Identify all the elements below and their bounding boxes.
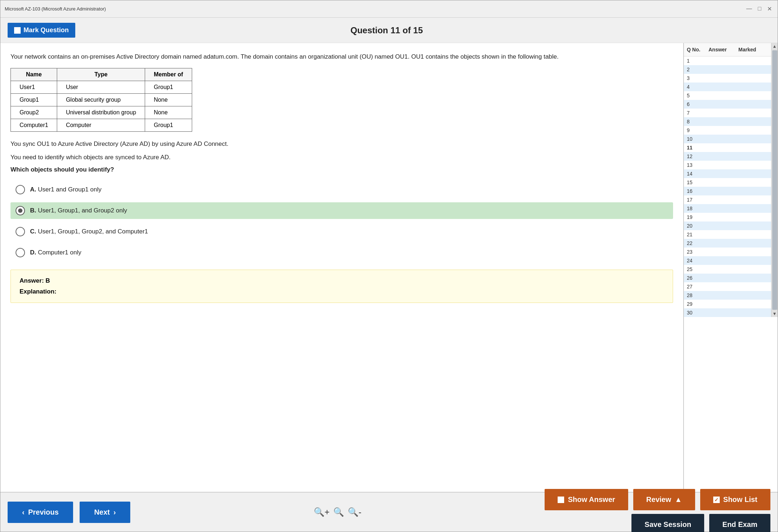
sidebar-row[interactable]: 20 [684, 221, 771, 230]
data-table: Name Type Member of User1UserGroup1Group… [10, 68, 192, 132]
previous-button[interactable]: ‹ Previous [8, 502, 73, 523]
save-session-button[interactable]: Save Session [631, 514, 704, 532]
zoom-reset-button[interactable]: 🔍 [333, 507, 344, 517]
sidebar-row[interactable]: 16 [684, 187, 771, 195]
question-text-2: You sync OU1 to Azure Active Directory (… [10, 139, 673, 149]
question-title: Question 11 of 15 [350, 25, 423, 35]
sidebar-marked [739, 206, 769, 211]
mark-question-button[interactable]: Mark Question [8, 23, 75, 38]
sidebar-answer [709, 171, 739, 177]
table-cell: Computer [57, 119, 145, 132]
next-button[interactable]: Next › [80, 502, 130, 523]
sidebar-qno: 11 [687, 145, 709, 151]
sidebar-row[interactable]: 8 [684, 117, 771, 126]
sidebar-scroll[interactable]: 1234567891011121314151617181920212223242… [684, 56, 771, 317]
sidebar-row[interactable]: 1 [684, 56, 771, 65]
scroll-down-arrow[interactable]: ▼ [773, 311, 777, 316]
bottom-left: ‹ Previous Next › [8, 502, 130, 523]
sidebar-qno: 29 [687, 301, 709, 307]
scroll-up-arrow[interactable]: ▲ [773, 44, 777, 49]
option-a-label: A. User1 and Group1 only [30, 186, 102, 193]
sidebar-row[interactable]: 25 [684, 265, 771, 274]
toolbar: Mark Question Question 11 of 15 [0, 18, 778, 43]
sidebar-marked [739, 101, 769, 107]
show-list-button[interactable]: Show List [700, 489, 770, 510]
question-text-4: Which objects should you identify? [10, 166, 673, 173]
sidebar-answer [709, 188, 739, 194]
sidebar-marked [739, 188, 769, 194]
sidebar-row[interactable]: 15 [684, 178, 771, 187]
previous-label: Previous [28, 508, 59, 516]
sidebar-marked [739, 258, 769, 263]
sidebar-row[interactable]: 17 [684, 195, 771, 204]
sidebar-row[interactable]: 27 [684, 282, 771, 291]
sidebar-marked [739, 301, 769, 307]
option-c[interactable]: C. User1, Group1, Group2, and Computer1 [10, 223, 673, 240]
sidebar-row[interactable]: 30 [684, 308, 771, 317]
sidebar-qno: 17 [687, 197, 709, 203]
sidebar-row[interactable]: 5 [684, 91, 771, 100]
sidebar-answer [709, 206, 739, 211]
option-b[interactable]: B. User1, Group1, and Group2 only [10, 202, 673, 219]
zoom-in-button[interactable]: 🔍+ [314, 507, 330, 517]
table-cell: User [57, 81, 145, 94]
sidebar-qno: 4 [687, 84, 709, 90]
table-header-member: Member of [145, 68, 192, 81]
zoom-controls: 🔍+ 🔍 🔍- [314, 507, 361, 517]
review-button[interactable]: Review ▲ [633, 489, 695, 510]
close-button[interactable]: ✕ [766, 5, 773, 12]
window-controls: — □ ✕ [745, 5, 773, 12]
sidebar-row[interactable]: 4 [684, 83, 771, 91]
sidebar-marked [739, 232, 769, 237]
sidebar-row[interactable]: 26 [684, 274, 771, 282]
sidebar-marked [739, 162, 769, 168]
sidebar-row[interactable]: 7 [684, 109, 771, 117]
question-text-3: You need to identify which objects are s… [10, 154, 673, 161]
option-d[interactable]: D. Computer1 only [10, 244, 673, 261]
sidebar-marked [739, 214, 769, 220]
sidebar-marked [739, 223, 769, 229]
sidebar-row[interactable]: 3 [684, 74, 771, 83]
sidebar-qno: 6 [687, 101, 709, 107]
sidebar-answer [709, 249, 739, 255]
sidebar-qno: 22 [687, 240, 709, 246]
sidebar-row[interactable]: 28 [684, 291, 771, 300]
maximize-button[interactable]: □ [756, 5, 763, 12]
sidebar-row[interactable]: 6 [684, 100, 771, 109]
sidebar-row[interactable]: 23 [684, 248, 771, 256]
end-exam-button[interactable]: End Exam [709, 514, 770, 532]
option-b-label: B. User1, Group1, and Group2 only [30, 207, 127, 214]
sidebar-row[interactable]: 22 [684, 239, 771, 248]
sidebar-row[interactable]: 9 [684, 126, 771, 135]
minimize-button[interactable]: — [745, 5, 753, 12]
sidebar-answer [709, 258, 739, 263]
sidebar-row[interactable]: 14 [684, 169, 771, 178]
table-cell: None [145, 106, 192, 119]
sidebar-qno: 2 [687, 67, 709, 72]
sidebar-row[interactable]: 11 [684, 143, 771, 152]
sidebar-col-qno: Q No. [687, 47, 709, 52]
sidebar-qno: 8 [687, 119, 709, 124]
table-cell: Group1 [145, 119, 192, 132]
sidebar-row[interactable]: 12 [684, 152, 771, 161]
sidebar-row[interactable]: 21 [684, 230, 771, 239]
zoom-out-button[interactable]: 🔍- [348, 507, 361, 517]
sidebar-answer [709, 266, 739, 272]
sidebar-marked [739, 67, 769, 72]
option-a[interactable]: A. User1 and Group1 only [10, 181, 673, 198]
sidebar-row[interactable]: 2 [684, 65, 771, 74]
save-session-label: Save Session [644, 520, 691, 528]
sidebar-row[interactable]: 19 [684, 213, 771, 221]
sidebar-answer [709, 127, 739, 133]
sidebar-row[interactable]: 18 [684, 204, 771, 213]
show-answer-button[interactable]: Show Answer [545, 489, 628, 510]
radio-d [16, 248, 25, 257]
sidebar-qno: 5 [687, 93, 709, 98]
sidebar-row[interactable]: 29 [684, 300, 771, 308]
sidebar-marked [739, 153, 769, 159]
sidebar-row[interactable]: 13 [684, 161, 771, 169]
sidebar-row[interactable]: 10 [684, 135, 771, 143]
sidebar-col-marked: Marked [739, 47, 769, 52]
sidebar-qno: 7 [687, 110, 709, 116]
sidebar-row[interactable]: 24 [684, 256, 771, 265]
